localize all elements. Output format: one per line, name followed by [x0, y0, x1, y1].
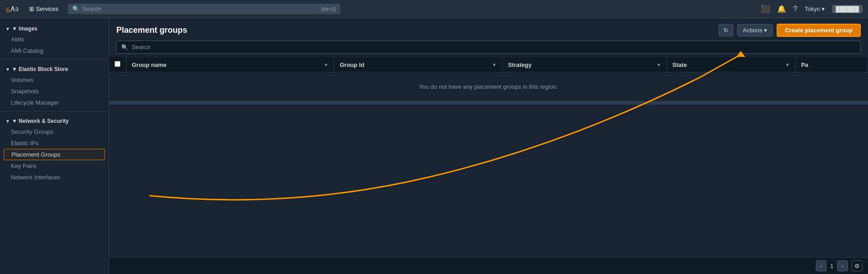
cloud-shell-icon[interactable]: ⬛	[761, 5, 770, 13]
pagination-next-button[interactable]: ›	[837, 260, 848, 271]
sidebar-item-security-groups[interactable]: Security Groups	[0, 126, 109, 137]
create-placement-group-button[interactable]: Create placement group	[777, 24, 861, 37]
select-all-checkbox[interactable]	[115, 61, 120, 67]
refresh-button[interactable]: ↻	[718, 24, 733, 36]
sidebar-ebs-label: ▼ Elastic Block Store	[12, 66, 68, 72]
page-header: Placement groups ↻ Actions ▾ Create plac…	[109, 18, 868, 41]
chevron-down-icon-network: ▼	[5, 119, 10, 124]
state-filter-icon[interactable]: ▼	[785, 62, 790, 67]
aws-logo[interactable]	[5, 2, 20, 16]
region-label: Tokyo ▾	[804, 5, 825, 12]
search-shortcut: [Alt+S]	[321, 6, 336, 12]
page-number: 1	[830, 263, 833, 269]
region-selector[interactable]: Tokyo ▾	[804, 5, 825, 12]
strategy-filter-icon[interactable]: ▼	[657, 62, 661, 67]
search-icon-content: 🔍	[121, 44, 128, 51]
create-label: Create placement group	[785, 27, 853, 34]
pagination-prev-button[interactable]: ‹	[816, 260, 827, 271]
top-navigation: ⊞ Services 🔍 [Alt+S] ⬛ 🔔 ? Tokyo ▾ █████…	[0, 0, 868, 18]
gear-icon: ⚙	[854, 263, 860, 269]
sidebar-item-amis[interactable]: AMIs	[0, 34, 109, 45]
table-container: Group name ▼ Group Id ▼	[109, 57, 868, 257]
sidebar-item-snapshots[interactable]: Snapshots	[0, 86, 109, 97]
table-footer: ‹ 1 › ⚙	[109, 257, 868, 274]
chevron-down-icon-ebs: ▼	[5, 67, 10, 72]
col-group-id: Group Id ▼	[334, 57, 502, 72]
actions-chevron-icon: ▾	[764, 27, 767, 34]
search-icon: 🔍	[72, 5, 80, 12]
sidebar-item-network-interfaces[interactable]: Network Interfaces	[0, 172, 109, 183]
user-menu[interactable]: ██████	[832, 5, 863, 13]
sidebar-item-lifecycle-manager[interactable]: Lifecycle Manager	[0, 97, 109, 108]
main-layout: ▼ ▼ Images AMIs AMI Catalog ▼ ▼ Elastic …	[0, 18, 868, 274]
content-area: Placement groups ↻ Actions ▾ Create plac…	[109, 18, 868, 274]
col-group-name: Group name ▼	[126, 57, 334, 72]
sidebar-network-label: ▼ Network & Security	[12, 118, 69, 124]
services-label: Services	[36, 5, 59, 12]
help-icon[interactable]: ?	[793, 5, 798, 13]
sidebar-item-ami-catalog[interactable]: AMI Catalog	[0, 45, 109, 56]
services-menu[interactable]: ⊞ Services	[25, 4, 62, 14]
sidebar: ▼ ▼ Images AMIs AMI Catalog ▼ ▼ Elastic …	[0, 18, 109, 274]
sidebar-item-placement-groups[interactable]: Placement Groups	[4, 149, 105, 160]
page-title: Placement groups	[116, 25, 187, 35]
empty-state-row: You do not have any placement groups in …	[109, 72, 868, 101]
bell-icon[interactable]: 🔔	[777, 5, 786, 13]
sidebar-ebs-header[interactable]: ▼ ▼ Elastic Block Store	[0, 62, 109, 74]
content-search-bar[interactable]: 🔍	[116, 41, 861, 54]
group-id-filter-icon[interactable]: ▼	[492, 62, 497, 67]
header-actions: ↻ Actions ▾ Create placement group	[718, 24, 861, 37]
sidebar-item-volumes[interactable]: Volumes	[0, 74, 109, 86]
col-partition: Pa	[795, 57, 868, 72]
global-search[interactable]: 🔍 [Alt+S]	[68, 4, 340, 14]
user-label: ██████	[836, 6, 859, 12]
sidebar-item-elastic-ips[interactable]: Elastic IPs	[0, 137, 109, 149]
actions-button[interactable]: Actions ▾	[737, 24, 773, 36]
sidebar-item-key-pairs[interactable]: Key Pairs	[0, 160, 109, 172]
content-wrapper: Placement groups ↻ Actions ▾ Create plac…	[109, 18, 868, 274]
sidebar-images-header[interactable]: ▼ ▼ Images	[0, 22, 109, 34]
col-strategy: Strategy ▼	[502, 57, 667, 72]
table-settings-button[interactable]: ⚙	[852, 260, 863, 271]
nav-right: ⬛ 🔔 ? Tokyo ▾ ██████	[761, 5, 863, 13]
col-state: State ▼	[667, 57, 795, 72]
grid-icon: ⊞	[29, 5, 34, 12]
empty-state-message: You do not have any placement groups in …	[419, 83, 558, 90]
placement-groups-table: Group name ▼ Group Id ▼	[109, 57, 868, 101]
sidebar-network-header[interactable]: ▼ ▼ Network & Security	[0, 114, 109, 126]
refresh-icon: ↻	[723, 27, 728, 34]
sidebar-images-label: ▼ Images	[12, 25, 38, 32]
table-search-input[interactable]	[132, 44, 856, 51]
search-input[interactable]	[82, 5, 318, 12]
chevron-down-icon: ▼	[5, 26, 10, 31]
actions-label: Actions	[743, 27, 763, 34]
group-name-filter-icon[interactable]: ▼	[324, 62, 329, 67]
